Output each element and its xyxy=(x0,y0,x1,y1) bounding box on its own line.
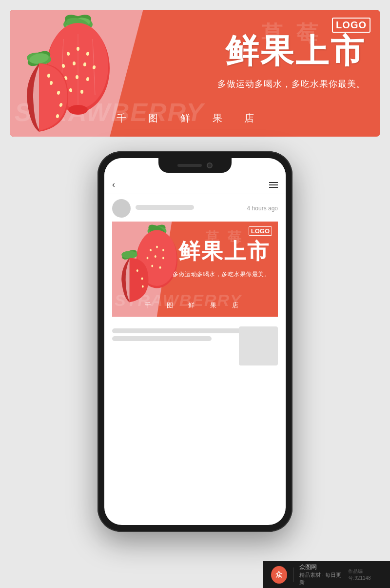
feed-user-info xyxy=(136,205,247,212)
watermark-info: 众图网 精品素材 · 每日更新 xyxy=(299,563,343,586)
svg-point-48 xyxy=(142,285,144,287)
watermark-site-name: 众图网 xyxy=(299,563,343,571)
bottom-watermark-bar: 众 众图网 精品素材 · 每日更新 作品编号:921148 xyxy=(263,561,390,588)
svg-point-45 xyxy=(121,251,137,259)
phone-camera xyxy=(207,162,213,168)
phone-nav-bar: ‹ xyxy=(104,176,286,194)
feed-username-placeholder xyxy=(136,205,194,210)
mini-banner-title: 鲜果上市 xyxy=(178,237,270,266)
feed-header: 4 hours ago xyxy=(112,199,278,218)
svg-point-37 xyxy=(156,245,158,248)
svg-point-42 xyxy=(151,264,153,267)
phone-screen: ‹ 4 hours ago xyxy=(104,158,286,525)
mini-banner-subtitle: 多做运动多喝水，多吃水果你最美。 xyxy=(173,270,270,279)
feed-timestamp: 4 hours ago xyxy=(247,205,278,212)
watermark-work-id: 作品编号:921148 xyxy=(348,568,382,582)
menu-line-1 xyxy=(269,182,278,183)
back-icon[interactable]: ‹ xyxy=(112,180,115,190)
banner-main-title: 鲜果上市 xyxy=(225,34,366,67)
watermark-divider xyxy=(293,568,293,582)
svg-point-38 xyxy=(162,249,164,251)
svg-point-41 xyxy=(162,257,164,259)
svg-point-40 xyxy=(155,255,156,258)
top-banner: STRAWBERRY 草 莓 xyxy=(10,10,380,137)
menu-line-3 xyxy=(269,187,278,188)
menu-line-2 xyxy=(269,184,278,185)
feed-bottom-content xyxy=(104,326,286,365)
svg-point-43 xyxy=(159,266,161,269)
phone-mockup: ‹ 4 hours ago xyxy=(98,151,292,532)
feed-text-2 xyxy=(112,336,212,341)
svg-point-11 xyxy=(77,47,79,51)
svg-point-39 xyxy=(147,257,149,259)
banner-logo: LOGO xyxy=(332,18,370,33)
banner-store-name: 千 图 鲜 果 店 xyxy=(10,112,380,125)
banner-subtitle: 多做运动多喝水，多吃水果你最美。 xyxy=(217,78,366,90)
menu-icon[interactable] xyxy=(269,182,278,188)
phone-section: ‹ 4 hours ago xyxy=(0,151,390,532)
phone-speaker xyxy=(177,164,202,167)
svg-point-14 xyxy=(73,61,76,65)
svg-point-46 xyxy=(136,269,138,272)
phone-notch xyxy=(158,158,232,173)
watermark-logo: 众 xyxy=(271,566,287,584)
svg-point-21 xyxy=(80,90,83,94)
watermark-logo-text: 众 xyxy=(275,570,282,579)
feed-item: 4 hours ago STRAWBERRY 草 莓 xyxy=(104,194,286,326)
feed-thumbnail xyxy=(239,326,278,365)
feed-avatar xyxy=(112,199,131,218)
mini-banner: STRAWBERRY 草 莓 xyxy=(112,222,278,317)
mini-banner-store: 千 图 鲜 果 店 xyxy=(112,301,278,310)
svg-point-18 xyxy=(76,75,78,79)
mini-banner-logo: LOGO xyxy=(249,226,272,236)
svg-point-47 xyxy=(141,277,143,280)
watermark-tagline: 精品素材 · 每日更新 xyxy=(299,571,343,586)
